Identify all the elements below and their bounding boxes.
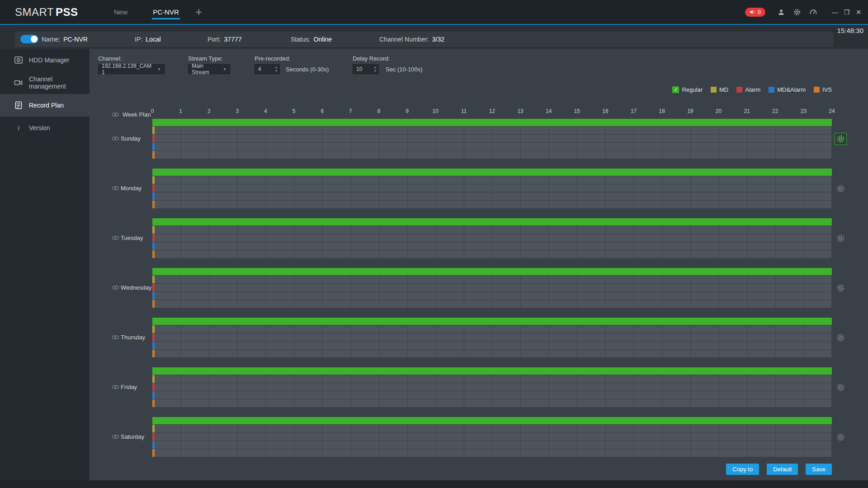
track-md-alarm[interactable] bbox=[152, 192, 831, 200]
row-settings-gear-icon[interactable] bbox=[836, 283, 845, 293]
track-ivs[interactable] bbox=[152, 349, 831, 357]
link-icon[interactable] bbox=[112, 235, 119, 240]
schedule-segment[interactable] bbox=[152, 192, 155, 200]
schedule-segment[interactable] bbox=[152, 325, 155, 333]
schedule-segment[interactable] bbox=[152, 391, 155, 399]
sidebar-item-version[interactable]: iVersion bbox=[0, 117, 90, 139]
link-icon[interactable] bbox=[112, 285, 119, 290]
track-alarm[interactable] bbox=[152, 184, 831, 192]
schedule-segment[interactable] bbox=[152, 333, 155, 341]
add-tab-button[interactable]: + bbox=[195, 0, 202, 24]
track-md-alarm[interactable] bbox=[152, 242, 831, 250]
track-alarm[interactable] bbox=[152, 234, 831, 242]
schedule-segment[interactable] bbox=[152, 226, 155, 234]
row-settings-gear-icon[interactable] bbox=[836, 383, 845, 392]
sidebar-item-record-plan[interactable]: Record Plan bbox=[0, 94, 90, 117]
track-regular[interactable] bbox=[152, 119, 831, 126]
schedule-segment[interactable] bbox=[152, 127, 155, 134]
schedule-segment[interactable] bbox=[152, 201, 155, 208]
schedule-segment[interactable] bbox=[152, 151, 155, 159]
track-md[interactable] bbox=[152, 225, 831, 234]
track-md[interactable] bbox=[152, 375, 831, 383]
user-icon[interactable] bbox=[778, 9, 785, 16]
alarm-badge[interactable]: 0 bbox=[745, 8, 765, 17]
maximize-button[interactable]: ❐ bbox=[841, 9, 853, 16]
track-md-alarm[interactable] bbox=[152, 142, 831, 150]
track-alarm[interactable] bbox=[152, 283, 831, 291]
schedule-segment[interactable] bbox=[152, 218, 832, 225]
schedule-segment[interactable] bbox=[152, 268, 832, 275]
schedule-segment[interactable] bbox=[152, 242, 155, 250]
sidebar-item-hdd-manager[interactable]: HDD Manager bbox=[0, 49, 90, 71]
track-md-alarm[interactable] bbox=[152, 391, 831, 399]
link-icon[interactable] bbox=[112, 186, 119, 191]
schedule-segment[interactable] bbox=[152, 350, 155, 357]
track-ivs[interactable] bbox=[152, 200, 831, 208]
row-settings-gear-icon[interactable] bbox=[836, 333, 845, 343]
track-regular[interactable] bbox=[152, 169, 831, 176]
track-md-alarm[interactable] bbox=[152, 341, 831, 349]
track-ivs[interactable] bbox=[152, 300, 831, 308]
track-alarm[interactable] bbox=[152, 333, 831, 341]
minimize-button[interactable]: — bbox=[829, 9, 841, 16]
schedule-segment[interactable] bbox=[152, 375, 155, 383]
gear-icon[interactable] bbox=[793, 8, 801, 16]
schedule-segment[interactable] bbox=[152, 433, 155, 441]
schedule-segment[interactable] bbox=[152, 342, 155, 349]
track-md-alarm[interactable] bbox=[152, 441, 831, 449]
track-regular[interactable] bbox=[152, 268, 831, 275]
schedule-segment[interactable] bbox=[152, 399, 155, 407]
link-icon[interactable] bbox=[112, 434, 119, 439]
track-regular[interactable] bbox=[152, 417, 831, 424]
schedule-segment[interactable] bbox=[152, 318, 832, 325]
schedule-segment[interactable] bbox=[152, 449, 155, 457]
track-md[interactable] bbox=[152, 176, 831, 184]
track-ivs[interactable] bbox=[152, 399, 831, 407]
schedule-segment[interactable] bbox=[152, 441, 155, 449]
row-settings-gear-icon[interactable] bbox=[836, 432, 845, 442]
track-md[interactable] bbox=[152, 325, 831, 333]
schedule-segment[interactable] bbox=[152, 425, 155, 432]
copy-to-button[interactable]: Copy to bbox=[726, 464, 759, 475]
link-icon[interactable] bbox=[112, 385, 119, 389]
sidebar-item-channel-management[interactable]: Channel management bbox=[0, 71, 90, 94]
schedule-segment[interactable] bbox=[152, 135, 155, 142]
schedule-segment[interactable] bbox=[152, 300, 155, 308]
schedule-segment[interactable] bbox=[152, 292, 155, 300]
track-alarm[interactable] bbox=[152, 432, 831, 441]
track-md-alarm[interactable] bbox=[152, 291, 831, 300]
save-button[interactable]: Save bbox=[806, 464, 832, 475]
link-icon[interactable] bbox=[112, 335, 119, 340]
close-button[interactable]: ✕ bbox=[853, 9, 864, 16]
schedule-segment[interactable] bbox=[152, 234, 155, 242]
device-enable-toggle[interactable] bbox=[20, 35, 38, 43]
schedule-segment[interactable] bbox=[152, 383, 155, 391]
track-md[interactable] bbox=[152, 275, 831, 283]
track-regular[interactable] bbox=[152, 318, 831, 325]
row-settings-gear-icon[interactable] bbox=[836, 234, 845, 243]
row-settings-gear-icon[interactable] bbox=[836, 184, 845, 193]
schedule-segment[interactable] bbox=[152, 250, 155, 258]
schedule-segment[interactable] bbox=[152, 143, 155, 150]
tab-new[interactable]: New bbox=[108, 0, 133, 24]
schedule-segment[interactable] bbox=[152, 367, 832, 375]
schedule-segment[interactable] bbox=[152, 276, 155, 283]
dashboard-icon[interactable] bbox=[809, 8, 817, 16]
link-icon[interactable] bbox=[112, 136, 119, 141]
schedule-segment[interactable] bbox=[152, 417, 832, 424]
schedule-segment[interactable] bbox=[152, 284, 155, 291]
track-md[interactable] bbox=[152, 424, 831, 432]
track-alarm[interactable] bbox=[152, 134, 831, 142]
default-button[interactable]: Default bbox=[767, 464, 798, 475]
track-regular[interactable] bbox=[152, 218, 831, 225]
track-alarm[interactable] bbox=[152, 383, 831, 391]
track-ivs[interactable] bbox=[152, 449, 831, 457]
schedule-segment[interactable] bbox=[152, 184, 155, 192]
schedule-segment[interactable] bbox=[152, 176, 155, 184]
track-md[interactable] bbox=[152, 126, 831, 134]
schedule-segment[interactable] bbox=[152, 169, 832, 176]
track-regular[interactable] bbox=[152, 367, 831, 375]
row-settings-gear-icon[interactable] bbox=[836, 134, 845, 144]
tab-pc-nvr[interactable]: PC-NVR bbox=[149, 0, 183, 24]
schedule-segment[interactable] bbox=[152, 119, 832, 126]
